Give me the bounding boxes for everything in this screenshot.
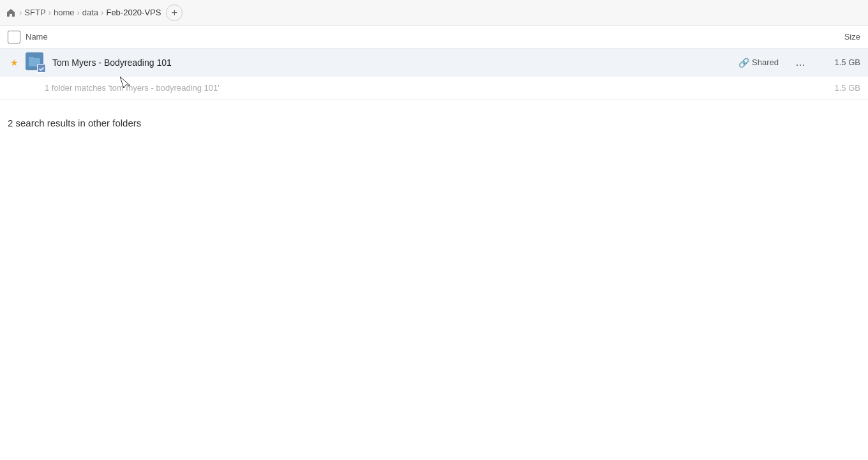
other-results-section: 2 search results in other folders	[0, 100, 868, 128]
link-icon: 🔗	[738, 57, 749, 68]
size-column-header: Size	[809, 32, 860, 42]
file-name: Tom Myers - Bodyreading 101	[52, 57, 738, 68]
other-results-title: 2 search results in other folders	[8, 118, 141, 128]
sep-3: ›	[77, 8, 79, 17]
file-icon	[26, 52, 46, 73]
breadcrumb-data[interactable]: data	[82, 8, 98, 17]
folder-match-size: 1.5 GB	[816, 83, 860, 93]
breadcrumb-home[interactable]	[5, 7, 17, 19]
add-tab-button[interactable]: +	[166, 4, 183, 21]
file-list-header: Name Size	[0, 26, 868, 49]
home-icon	[5, 7, 17, 19]
breadcrumb: › SFTP › home › data › Feb-2020-VPS +	[5, 4, 183, 21]
shared-label: Shared	[752, 57, 779, 67]
star-button[interactable]: ★	[8, 56, 20, 69]
breadcrumb-sftp[interactable]: SFTP	[24, 8, 45, 17]
breadcrumb-feb2020vps[interactable]: Feb-2020-VPS	[106, 8, 161, 17]
topbar: › SFTP › home › data › Feb-2020-VPS +	[0, 0, 868, 26]
file-icon-overlay	[37, 64, 46, 73]
sep-1: ›	[19, 8, 22, 17]
select-all-checkbox[interactable]	[8, 31, 20, 43]
sep-4: ›	[101, 8, 103, 17]
shared-badge: 🔗 Shared	[738, 57, 779, 68]
file-size: 1.5 GB	[816, 57, 860, 67]
svg-rect-1	[29, 57, 34, 59]
table-row[interactable]: ★ Tom Myers - Bodyreading 101 🔗 Shared .…	[0, 49, 868, 77]
more-options-button[interactable]: ...	[791, 54, 809, 72]
sep-2: ›	[49, 8, 51, 17]
folder-match-row: 1 folder matches 'tom myers - bodyreadin…	[0, 77, 868, 100]
name-column-header: Name	[26, 32, 809, 42]
breadcrumb-home-dir[interactable]: home	[54, 8, 75, 17]
folder-match-text: 1 folder matches 'tom myers - bodyreadin…	[45, 83, 816, 93]
